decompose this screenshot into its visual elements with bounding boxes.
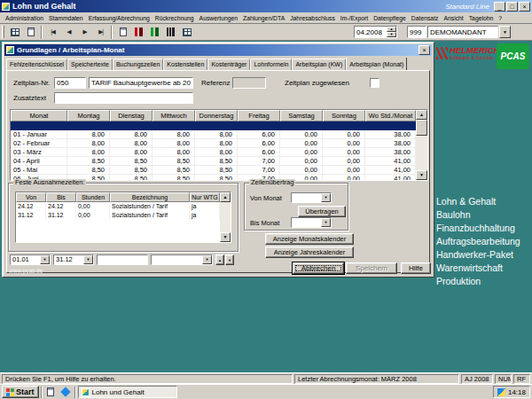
ausnahmen-scrollbar[interactable]: ▲ ▼	[220, 192, 231, 242]
quicklaunch-app-icon[interactable]	[59, 386, 73, 398]
von-monat-combo[interactable]: ▼	[291, 192, 332, 203]
zeitplan-zugewiesen-checkbox[interactable]	[370, 78, 379, 88]
menu-item-zahlungen-dta[interactable]: Zahlungen/DTA	[240, 14, 287, 22]
task-button-lohn-und-gehalt[interactable]: Lohn und Gehalt	[78, 386, 177, 398]
quicklaunch-document-icon[interactable]	[44, 386, 58, 398]
plan-table-row[interactable]: 04 - April8,508,508,508,507,000,000,0041…	[11, 157, 416, 166]
chevron-down-icon[interactable]: ▼	[202, 255, 212, 264]
next-record-button[interactable]: ▶	[77, 25, 92, 40]
plan-column-header-dienstag[interactable]: Dienstag	[110, 110, 153, 121]
plan-row-selected[interactable]	[11, 121, 416, 130]
plan-column-header-montag[interactable]: Montag	[67, 110, 110, 121]
spin-down-icon[interactable]: ▼	[387, 32, 396, 37]
menu-item-rückrechnung[interactable]: Rückrechnung	[153, 14, 197, 22]
chart-icon-button[interactable]	[163, 25, 178, 40]
ausnahmen-column-header-nur-wtg[interactable]: Nur WTG	[190, 192, 220, 202]
tab-arbeitsplan-monat[interactable]: Arbeitsplan (Monat)	[346, 58, 407, 70]
plan-table-row[interactable]: 03 - März8,008,008,008,006,000,000,0038,…	[11, 148, 416, 157]
show-year-calendar-button[interactable]: Anzeige Jahreskalender	[265, 246, 354, 258]
chevron-down-icon[interactable]: ▼	[321, 193, 331, 202]
tab-kostenträger[interactable]: Kostenträger	[207, 59, 250, 70]
menu-item-tagelohn[interactable]: Tagelohn	[466, 14, 497, 22]
ausnahmen-column-header-bezeichnung[interactable]: Bezeichnung	[110, 192, 190, 202]
last-record-button[interactable]: ▶|	[93, 25, 108, 40]
scroll-up-icon[interactable]: ▲	[220, 192, 231, 202]
overview-grid-icon[interactable]	[7, 25, 22, 40]
ausnahmen-column-header-bis[interactable]: Bis	[46, 192, 76, 202]
red-status-icon-button[interactable]	[131, 25, 146, 40]
zusatztext-input[interactable]	[54, 92, 193, 104]
plan-column-header-monat[interactable]: Monat	[11, 110, 67, 121]
new-document-icon[interactable]	[23, 25, 38, 40]
tab-fehlzeitenschlüssel[interactable]: Fehlzeitenschlüssel	[6, 59, 67, 70]
first-record-button[interactable]: |◀	[45, 25, 60, 40]
plan-column-header-donnerstag[interactable]: Donnerstag	[195, 110, 238, 121]
exception-spin-down-icon[interactable]: ▼	[225, 254, 234, 265]
scroll-up-icon[interactable]: ▲	[416, 110, 427, 120]
period-input[interactable]	[355, 27, 387, 37]
chevron-down-icon[interactable]: ▼	[321, 218, 331, 227]
minimize-icon[interactable]: _	[494, 2, 505, 12]
report-icon-button[interactable]	[115, 25, 130, 40]
menu-item-jahresabschluss[interactable]: Jahresabschluss	[287, 14, 338, 22]
calculator-icon-button[interactable]	[179, 25, 194, 40]
plan-table-scrollbar[interactable]: ▲ ▼	[416, 110, 427, 180]
zeitplan-nr-input[interactable]	[54, 77, 86, 89]
zeitplan-name-input[interactable]	[89, 77, 193, 89]
plan-column-header-freitag[interactable]: Freitag	[238, 110, 280, 121]
dialog-close-icon[interactable]: ×	[419, 45, 430, 55]
ausnahmen-row[interactable]: 31.1231.120,00Sozialstunden / Tarifja	[16, 211, 220, 220]
start-button[interactable]: Start	[2, 386, 39, 398]
exception-von-combo[interactable]: 01.01▼	[10, 254, 51, 265]
tab-kostenstellen[interactable]: Kostenstellen	[163, 59, 207, 70]
abbrechen-button[interactable]: Abbrechen	[293, 262, 344, 274]
menu-item-datensatz[interactable]: Datensatz	[409, 14, 442, 22]
menu-item-im-export[interactable]: Im-/Export	[338, 14, 371, 22]
menu-item-[interactable]: ?	[496, 14, 505, 22]
green-status-icon-button[interactable]	[147, 25, 162, 40]
exception-stunden-input[interactable]	[97, 254, 148, 265]
tray-icon[interactable]	[497, 388, 505, 396]
plan-table-row[interactable]: 05 - Mai8,508,508,508,507,000,000,0041,0…	[11, 166, 416, 175]
plan-column-header-mittwoch[interactable]: Mittwoch	[153, 110, 195, 121]
tab-lohnformeln[interactable]: Lohnformeln	[250, 59, 292, 70]
menu-item-ansicht[interactable]: Ansicht	[441, 14, 466, 22]
day-cell: 8,50	[110, 175, 153, 180]
client-dropdown-icon[interactable]: ▼	[499, 26, 511, 38]
scroll-down-icon[interactable]: ▼	[220, 232, 231, 242]
ausnahmen-column-header-stunden[interactable]: Stunden	[76, 192, 110, 202]
close-icon[interactable]: ×	[519, 2, 530, 12]
ausnahmen-column-header-von[interactable]: Von	[16, 192, 46, 202]
menu-item-stammdaten[interactable]: Stammdaten	[46, 14, 86, 22]
uebertragen-button[interactable]: Übertragen	[298, 206, 346, 217]
plan-column-header-wo-std-monat[interactable]: Wo Std./Monat	[365, 110, 416, 121]
menu-item-datenpflege[interactable]: Datenpflege	[371, 14, 409, 22]
ausnahmen-row[interactable]: 24.1224.120,00Sozialstunden / Tarifja	[16, 202, 220, 211]
scroll-down-icon[interactable]: ▼	[416, 170, 427, 180]
previous-record-button[interactable]: ◀	[61, 25, 76, 40]
plan-column-header-sonntag[interactable]: Sonntag	[323, 110, 365, 121]
day-cell: 8,00	[67, 148, 110, 157]
tab-arbeitsplan-kw[interactable]: Arbeitsplan (KW)	[292, 59, 346, 70]
bis-monat-combo[interactable]: ▼	[291, 217, 332, 228]
chevron-down-icon[interactable]: ▼	[40, 255, 50, 264]
maximize-icon[interactable]: □	[506, 2, 518, 12]
chevron-down-icon[interactable]: ▼	[83, 255, 93, 264]
tab-buchungszeilen[interactable]: Buchungszeilen	[113, 59, 163, 70]
menu-item-auswertungen[interactable]: Auswertungen	[197, 14, 240, 22]
client-number-input[interactable]	[407, 26, 426, 38]
exception-spin-up-icon[interactable]: ▲	[215, 254, 224, 265]
plan-table-row[interactable]: 02 - Februar8,008,008,008,006,000,000,00…	[11, 139, 416, 148]
plan-table-row[interactable]: 01 - Januar8,008,008,008,006,000,000,003…	[11, 130, 416, 139]
menu-item-administration[interactable]: Administration	[3, 14, 46, 22]
exception-bis-combo[interactable]: 31.12▼	[53, 254, 94, 265]
speichern-button[interactable]: Speichern	[346, 262, 397, 274]
exception-bezeichnung-combo[interactable]: ▼	[151, 254, 213, 265]
show-month-calendar-button[interactable]: Anzeige Monatskalender	[265, 233, 354, 245]
menu-item-erfassung-abrechnung[interactable]: Erfassung/Abrechnung	[86, 14, 153, 22]
plan-column-header-samstag[interactable]: Samstag	[280, 110, 323, 121]
scrollbar-thumb[interactable]	[416, 120, 427, 136]
tab-speichertexte[interactable]: Speichertexte	[67, 59, 113, 70]
client-name-input[interactable]	[427, 26, 498, 38]
hilfe-button[interactable]: Hilfe	[401, 262, 431, 274]
